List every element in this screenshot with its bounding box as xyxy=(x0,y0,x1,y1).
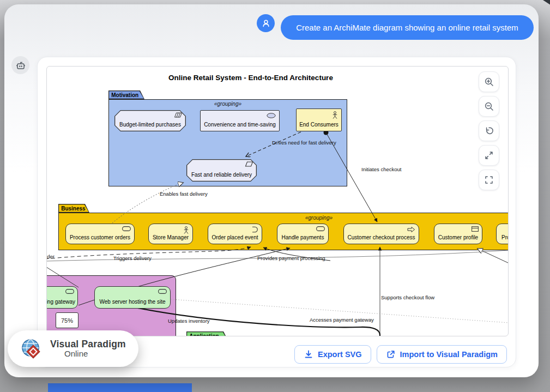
progress-badge: 75% xyxy=(56,312,78,328)
robot-icon xyxy=(15,60,26,71)
import-to-vp-label: Import to Visual Paradigm xyxy=(400,350,498,359)
diagram-element-convenience-time-saving: Convenience and time-saving xyxy=(200,110,280,131)
app-card: Create an ArchiMate diagram showing an o… xyxy=(4,4,539,377)
reset-icon xyxy=(484,126,494,136)
application-group-tab: Application xyxy=(186,331,228,336)
diagram-element-gateway: ing gateway xyxy=(46,286,78,309)
element-label: Order placed event xyxy=(211,234,258,240)
diagram-card: Online Retail System - End-to-End Archit… xyxy=(37,57,516,367)
element-label: Fast and reliable delivery xyxy=(186,172,257,178)
user-message-row: Create an ArchiMate diagram showing an o… xyxy=(252,13,536,41)
diagram-element-customer-profile: Customer profile xyxy=(434,224,482,244)
connection-label-triggers: Triggers delivery xyxy=(113,255,152,261)
background-window-notch xyxy=(542,0,550,5)
element-label: Process customer orders xyxy=(70,234,130,240)
value-icon xyxy=(267,113,276,118)
export-svg-button[interactable]: Export SVG xyxy=(294,345,371,364)
business-service-icon xyxy=(316,226,325,231)
business-object-icon xyxy=(472,226,479,232)
business-process-icon xyxy=(407,226,415,233)
visual-paradigm-logo[interactable]: Visual Paradigm Online xyxy=(8,330,138,367)
element-label: Pro xyxy=(501,234,509,240)
connection-label-accesses: Accesses payment gateway xyxy=(310,317,374,323)
element-label: Budget-limited purchases xyxy=(114,122,186,128)
constraint-icon xyxy=(174,112,183,118)
export-svg-label: Export SVG xyxy=(318,350,362,359)
diagram-element-customer-checkout-process: Customer checkout process xyxy=(343,224,419,244)
import-to-vp-button[interactable]: Import to Visual Paradigm xyxy=(377,345,507,364)
connection-label-supports: Supports checkout flow xyxy=(381,294,434,300)
diagram-element-fast-reliable-delivery: Fast and reliable delivery xyxy=(186,159,257,182)
person-icon xyxy=(261,19,271,28)
user-message-bubble: Create an ArchiMate diagram showing an o… xyxy=(281,15,534,40)
element-label: Customer profile xyxy=(438,234,478,240)
diagram-element-order-placed-event: Order placed event xyxy=(208,224,262,244)
element-label: Convenience and time-saving xyxy=(204,122,276,128)
diagram-element-end-consumers: End Consumers xyxy=(296,108,342,131)
diagram-element-process-customer-orders: Process customer orders xyxy=(65,224,135,244)
footer-actions: Export SVG Import to Visual Paradigm xyxy=(294,345,507,364)
zoom-out-button[interactable] xyxy=(479,96,499,117)
connection-label-provides: Provides payment processing xyxy=(257,255,325,261)
fullscreen-icon xyxy=(484,175,494,185)
diagram-element-clipped-right: Pro xyxy=(496,224,509,244)
element-label: Web server hosting the site xyxy=(100,299,166,305)
element-label: Customer checkout process xyxy=(348,234,415,240)
zoom-in-button[interactable] xyxy=(479,71,499,92)
user-avatar xyxy=(257,14,275,32)
zoom-controls xyxy=(479,71,498,190)
vp-logo-name: Visual Paradigm xyxy=(50,339,126,349)
reset-view-button[interactable] xyxy=(479,120,499,141)
zoom-in-icon xyxy=(484,77,494,87)
element-label: End Consumers xyxy=(299,122,339,128)
element-label: Handle payments xyxy=(282,234,324,240)
diagram-element-web-server: Web server hosting the site xyxy=(94,286,171,309)
vp-globe-icon xyxy=(20,336,45,361)
download-icon xyxy=(304,349,313,359)
zoom-out-icon xyxy=(484,101,494,111)
external-link-icon xyxy=(386,349,396,359)
application-service-icon xyxy=(158,289,167,294)
diagram-element-handle-payments: Handle payments xyxy=(277,224,329,244)
business-service-icon xyxy=(122,226,131,231)
application-group-tab-label: Application xyxy=(187,332,227,336)
connection-label-enables: Enables fast delivery xyxy=(160,191,208,197)
requirement-icon xyxy=(245,161,253,167)
vp-logo-product: Online xyxy=(64,349,126,358)
connection-label-order-partial: rder xyxy=(46,254,55,260)
business-actor-icon xyxy=(183,226,189,234)
fullscreen-button[interactable] xyxy=(479,170,499,190)
application-service-icon xyxy=(65,289,74,294)
connection-label-initiates: Initiates checkout xyxy=(361,166,401,172)
business-actor-icon xyxy=(332,111,338,119)
element-label: ing gateway xyxy=(46,299,75,305)
diagram-element-budget-limited-purchases: Budget-limited purchases xyxy=(114,110,186,131)
expand-button[interactable] xyxy=(479,145,499,166)
connection-label-updates: Updates inventory xyxy=(168,318,210,324)
connection-label-drives: Drives need for fast delivery xyxy=(272,140,336,146)
diagram-canvas[interactable]: Online Retail System - End-to-End Archit… xyxy=(46,66,509,336)
diagram-element-store-manager: Store Manager xyxy=(148,224,193,244)
business-event-icon xyxy=(250,226,258,233)
background-blue-bar xyxy=(48,383,192,392)
vp-logo-text: Visual Paradigm Online xyxy=(50,339,126,358)
element-label: Store Manager xyxy=(153,234,189,240)
bot-avatar xyxy=(11,56,29,74)
expand-icon xyxy=(484,150,494,160)
